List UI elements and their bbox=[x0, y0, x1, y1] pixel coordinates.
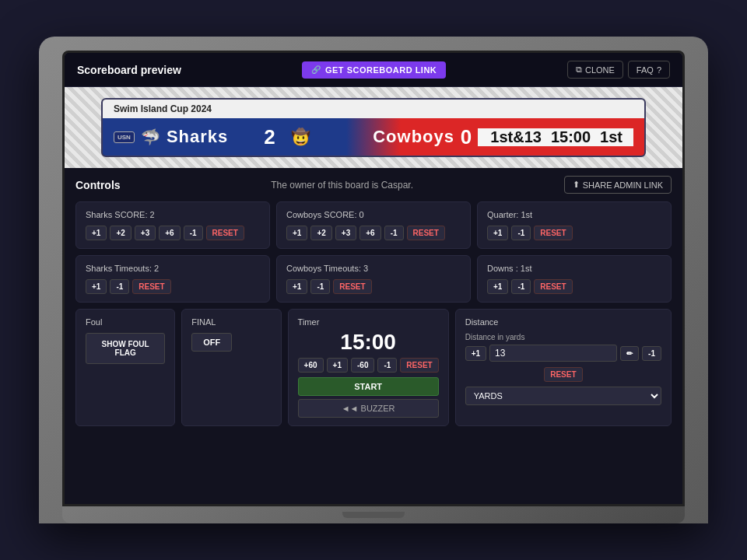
cowboys-score-buttons: +1 +2 +3 +6 -1 RESET bbox=[286, 226, 461, 240]
foul-card: Foul SHOW FOUL FLAG bbox=[75, 309, 175, 426]
sharks-timeouts-card: Sharks Timeouts: 2 +1 -1 RESET bbox=[75, 255, 270, 303]
game-info: 1st&13 15:00 1st bbox=[478, 128, 633, 146]
clone-button[interactable]: ⧉ CLONE bbox=[567, 61, 623, 79]
controls-grid-top: Sharks SCORE: 2 +1 +2 +3 +6 -1 RESET Cow… bbox=[75, 201, 672, 303]
timer-display: 15:00 bbox=[298, 330, 439, 355]
quarter-reset[interactable]: RESET bbox=[534, 226, 572, 240]
final-card: FINAL OFF bbox=[181, 309, 281, 426]
team-right: Cowboys bbox=[310, 127, 455, 147]
distance-sub-label: Distance in yards bbox=[465, 333, 661, 341]
app-header: Scoreboard preview GET SCOREBOARD LINK ⧉… bbox=[65, 53, 682, 87]
controls-grid-bottom: Foul SHOW FOUL FLAG FINAL OFF Timer 15:0… bbox=[75, 309, 672, 426]
controls-title: Controls bbox=[75, 179, 121, 191]
app-title: Scoreboard preview bbox=[77, 64, 181, 76]
scoreboard-preview-area: Swim Island Cup 2024 USN 🦈 Sharks 2 🤠 Co… bbox=[65, 87, 682, 168]
team-left-badge: USN bbox=[114, 131, 135, 143]
timer-quick-buttons: +60 +1 -60 -1 RESET bbox=[298, 358, 439, 373]
cowboys-timeouts-label: Cowboys Timeouts: 3 bbox=[286, 264, 461, 273]
timer-minus1[interactable]: -1 bbox=[377, 358, 397, 373]
controls-owner: The owner of this board is Caspar. bbox=[271, 180, 413, 191]
faq-button[interactable]: FAQ ? bbox=[628, 61, 670, 79]
timer-start-button[interactable]: START bbox=[298, 377, 439, 396]
question-icon: ? bbox=[657, 65, 661, 75]
game-time: 15:00 bbox=[551, 128, 591, 146]
sharks-score-plus2[interactable]: +2 bbox=[110, 226, 131, 240]
downs-plus1[interactable]: +1 bbox=[487, 279, 508, 294]
timer-plus1[interactable]: +1 bbox=[327, 358, 348, 373]
share-admin-link-button[interactable]: ⬆ SHARE ADMIN LINK bbox=[564, 176, 672, 194]
distance-input[interactable] bbox=[489, 345, 617, 362]
cowboys-score-card: Cowboys SCORE: 0 +1 +2 +3 +6 -1 RESET bbox=[276, 201, 471, 249]
cowboys-timeouts-plus1[interactable]: +1 bbox=[286, 279, 307, 294]
sharks-timeouts-reset[interactable]: RESET bbox=[132, 279, 170, 294]
team-right-name: Cowboys bbox=[373, 127, 454, 147]
team-left-name: Sharks bbox=[167, 127, 228, 147]
final-label: FINAL bbox=[191, 317, 271, 327]
timer-label: Timer bbox=[298, 317, 439, 327]
sharks-score-plus1[interactable]: +1 bbox=[86, 226, 107, 240]
scoreboard-card: Swim Island Cup 2024 USN 🦈 Sharks 2 🤠 Co… bbox=[101, 98, 646, 157]
team-left-score: 2 bbox=[258, 125, 282, 149]
timer-card: Timer 15:00 +60 +1 -60 -1 RESET START ◄◄… bbox=[288, 309, 449, 426]
distance-reset[interactable]: RESET bbox=[544, 367, 582, 382]
game-quarter: 1st bbox=[600, 128, 622, 146]
downs-card: Downs : 1st +1 -1 RESET bbox=[477, 255, 672, 303]
timer-buzzer-button[interactable]: ◄◄ BUZZER bbox=[298, 399, 439, 418]
final-toggle-button[interactable]: OFF bbox=[191, 333, 232, 352]
quarter-minus1[interactable]: -1 bbox=[511, 226, 531, 240]
team-right-logo: 🤠 bbox=[291, 128, 310, 146]
distance-plus1[interactable]: +1 bbox=[465, 346, 486, 361]
distance-minus1[interactable]: -1 bbox=[642, 346, 661, 361]
cowboys-timeouts-minus1[interactable]: -1 bbox=[310, 279, 330, 294]
cowboys-score-reset[interactable]: RESET bbox=[407, 226, 445, 240]
quarter-label: Quarter: 1st bbox=[487, 210, 661, 219]
sharks-timeouts-plus1[interactable]: +1 bbox=[86, 279, 107, 294]
clone-icon: ⧉ bbox=[576, 65, 582, 75]
scoreboard-title: Swim Island Cup 2024 bbox=[103, 100, 644, 118]
distance-input-row: +1 ✏ -1 bbox=[465, 345, 661, 362]
timer-plus60[interactable]: +60 bbox=[298, 358, 324, 373]
cowboys-timeouts-buttons: +1 -1 RESET bbox=[286, 279, 461, 294]
laptop-notch bbox=[342, 512, 405, 518]
sharks-timeouts-minus1[interactable]: -1 bbox=[110, 279, 129, 294]
distance-label: Distance bbox=[465, 317, 661, 327]
distance-edit-icon[interactable]: ✏ bbox=[620, 346, 639, 361]
downs-minus1[interactable]: -1 bbox=[511, 279, 531, 294]
cowboys-score-plus2[interactable]: +2 bbox=[310, 226, 331, 240]
downs-buttons: +1 -1 RESET bbox=[487, 279, 661, 294]
cowboys-timeouts-reset[interactable]: RESET bbox=[333, 279, 371, 294]
sharks-score-plus3[interactable]: +3 bbox=[135, 226, 156, 240]
distance-unit-select[interactable]: YARDS METERS FEET bbox=[465, 387, 661, 405]
sharks-score-label: Sharks SCORE: 2 bbox=[86, 210, 260, 219]
controls-header: Controls The owner of this board is Casp… bbox=[75, 176, 672, 194]
timer-minus60[interactable]: -60 bbox=[351, 358, 374, 373]
team-left-logo: 🦈 bbox=[141, 128, 160, 146]
timer-reset[interactable]: RESET bbox=[400, 358, 438, 373]
sharks-score-card: Sharks SCORE: 2 +1 +2 +3 +6 -1 RESET bbox=[75, 201, 270, 249]
sharks-score-minus1[interactable]: -1 bbox=[184, 226, 203, 240]
distance-card: Distance Distance in yards +1 ✏ -1 RESET bbox=[455, 309, 672, 426]
cowboys-score-plus6[interactable]: +6 bbox=[359, 226, 381, 240]
share-icon: ⬆ bbox=[573, 180, 580, 190]
downs-label: Downs : 1st bbox=[487, 264, 661, 273]
cowboys-score-minus1[interactable]: -1 bbox=[384, 226, 404, 240]
team-left: USN 🦈 Sharks bbox=[114, 127, 258, 147]
cowboys-score-plus3[interactable]: +3 bbox=[335, 226, 356, 240]
foul-label: Foul bbox=[86, 317, 165, 327]
sharks-score-plus6[interactable]: +6 bbox=[159, 226, 180, 240]
cowboys-score-label: Cowboys SCORE: 0 bbox=[286, 210, 461, 219]
quarter-card: Quarter: 1st +1 -1 RESET bbox=[477, 201, 672, 249]
down-distance: 1st&13 bbox=[490, 128, 542, 146]
quarter-plus1[interactable]: +1 bbox=[487, 226, 508, 240]
get-scoreboard-link-button[interactable]: GET SCOREBOARD LINK bbox=[302, 61, 446, 79]
cowboys-timeouts-card: Cowboys Timeouts: 3 +1 -1 RESET bbox=[276, 255, 471, 303]
header-right: ⧉ CLONE FAQ ? bbox=[567, 61, 670, 79]
cowboys-score-plus1[interactable]: +1 bbox=[286, 226, 307, 240]
show-foul-flag-button[interactable]: SHOW FOUL FLAG bbox=[86, 333, 165, 364]
downs-reset[interactable]: RESET bbox=[534, 279, 572, 294]
team-right-score: 0 bbox=[454, 125, 478, 149]
controls-section: Controls The owner of this board is Casp… bbox=[65, 168, 682, 434]
sharks-timeouts-buttons: +1 -1 RESET bbox=[86, 279, 260, 294]
header-center: GET SCOREBOARD LINK bbox=[302, 61, 446, 79]
sharks-score-reset[interactable]: RESET bbox=[206, 226, 244, 240]
